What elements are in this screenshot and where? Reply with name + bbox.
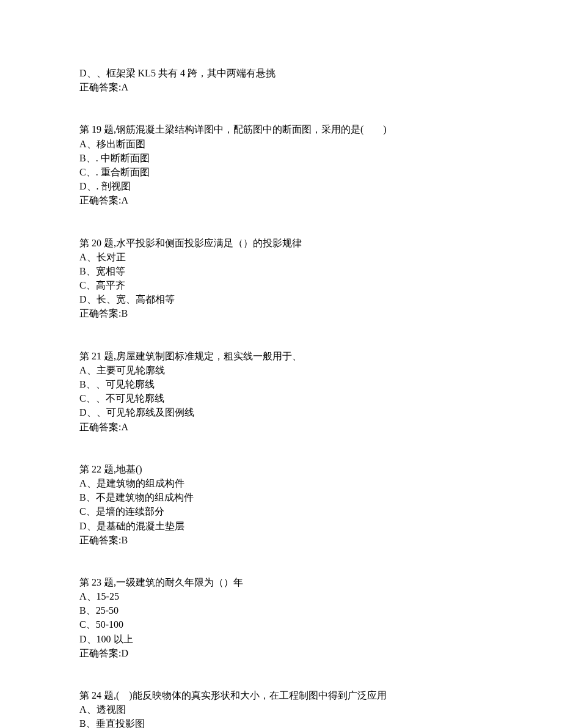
option-d: D、长、宽、高都相等 [79, 292, 483, 306]
question-prompt: 第 20 题,水平投影和侧面投影应满足（）的投影规律 [79, 236, 483, 250]
question-prompt: 第 19 题,钢筋混凝土梁结构详图中，配筋图中的断面图，采用的是( ) [79, 122, 483, 136]
fragment-option-d: D、、框架梁 KL5 共有 4 跨，其中两端有悬挑 [79, 66, 483, 80]
question-23: 第 23 题,一级建筑的耐久年限为（）年 A、15-25 B、25-50 C、5… [79, 575, 483, 660]
option-c: C、. 重合断面图 [79, 165, 483, 179]
answer-text: 正确答案:A [79, 193, 483, 207]
option-a: A、15-25 [79, 589, 483, 603]
option-a: A、透视图 [79, 702, 483, 716]
option-a: A、是建筑物的组成构件 [79, 476, 483, 490]
question-20: 第 20 题,水平投影和侧面投影应满足（）的投影规律 A、长对正 B、宽相等 C… [79, 236, 483, 321]
option-c: C、是墙的连续部分 [79, 504, 483, 518]
question-prompt: 第 23 题,一级建筑的耐久年限为（）年 [79, 575, 483, 589]
question-22: 第 22 题,地基() A、是建筑物的组成构件 B、不是建筑物的组成构件 C、是… [79, 462, 483, 547]
question-21: 第 21 题,房屋建筑制图标准规定，粗实线一般用于、 A、主要可见轮廓线 B、、… [79, 349, 483, 434]
option-d: D、、可见轮廓线及图例线 [79, 405, 483, 419]
question-24: 第 24 题,( )能反映物体的真实形状和大小，在工程制图中得到广泛应用 A、透… [79, 688, 483, 728]
option-c: C、50-100 [79, 617, 483, 631]
question-19: 第 19 题,钢筋混凝土梁结构详图中，配筋图中的断面图，采用的是( ) A、移出… [79, 122, 483, 207]
answer-text: 正确答案:D [79, 646, 483, 660]
question-prompt: 第 21 题,房屋建筑制图标准规定，粗实线一般用于、 [79, 349, 483, 363]
option-a: A、长对正 [79, 250, 483, 264]
option-d: D、. 剖视图 [79, 179, 483, 193]
fragment-answer: 正确答案:A [79, 80, 483, 94]
option-b: B、垂直投影图 [79, 716, 483, 728]
question-prompt: 第 22 题,地基() [79, 462, 483, 476]
option-d: D、100 以上 [79, 632, 483, 646]
option-d: D、是基础的混凝土垫层 [79, 519, 483, 533]
option-b: B、. 中断断面图 [79, 151, 483, 165]
answer-text: 正确答案:B [79, 306, 483, 320]
option-b: B、不是建筑物的组成构件 [79, 490, 483, 504]
option-b: B、、可见轮廓线 [79, 377, 483, 391]
question-prompt: 第 24 题,( )能反映物体的真实形状和大小，在工程制图中得到广泛应用 [79, 688, 483, 702]
option-c: C、、不可见轮廓线 [79, 391, 483, 405]
option-c: C、高平齐 [79, 278, 483, 292]
page-fragment-top: D、、框架梁 KL5 共有 4 跨，其中两端有悬挑 正确答案:A [79, 66, 483, 94]
option-a: A、移出断面图 [79, 137, 483, 151]
option-b: B、25-50 [79, 603, 483, 617]
option-a: A、主要可见轮廓线 [79, 363, 483, 377]
option-b: B、宽相等 [79, 264, 483, 278]
answer-text: 正确答案:B [79, 533, 483, 547]
answer-text: 正确答案:A [79, 420, 483, 434]
